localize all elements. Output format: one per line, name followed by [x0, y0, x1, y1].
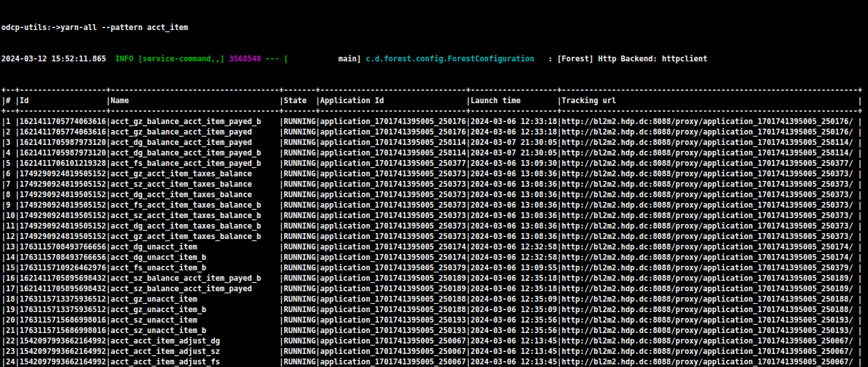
log-level-and-app: INFO [service-command,,]	[116, 54, 225, 63]
log-thread: main]	[288, 54, 366, 63]
table-row: |14|1763115708493766656|acct_dg_unacct_i…	[1, 252, 868, 263]
log-message: : [Forest] Http Backend: httpclient	[535, 54, 707, 63]
table-row: |10|1749290924819505152|acct_sz_acct_ite…	[1, 210, 868, 221]
table-row: |6 |1749290924819505152|acct_gz_acct_ite…	[1, 168, 868, 179]
table-row: |19|1763115713375936512|acct_gz_unacct_i…	[1, 304, 868, 315]
log-dashes: --- [	[261, 54, 288, 63]
log-pid: 3568548	[225, 54, 261, 63]
table-row: |23|1542097993662164992|acct_acct_item_a…	[1, 346, 868, 357]
shell-command-line: odcp-utils:->yarn-all --pattern acct_ite…	[1, 22, 868, 33]
table-row: |5 |1621411706101219328|acct_fs_balance_…	[1, 158, 868, 168]
table-row: |21|1763115715686998016|acct_sz_unacct_i…	[1, 325, 868, 336]
shell-prompt: odcp-utils:->	[1, 23, 61, 32]
table-row: |9 |1749290924819505152|acct_fs_acct_ite…	[1, 200, 868, 210]
table-row: |17|1621411705895698432|acct_sz_balance_…	[1, 283, 868, 294]
log-logger: c.d.forest.config.ForestConfiguration	[365, 54, 534, 63]
table-row: |18|1763115713375936512|acct_gz_unacct_i…	[1, 294, 868, 304]
table-header-row: |# |Id |Name |State |Application Id |Lau…	[1, 95, 868, 106]
table-row: |13|1763115708493766656|acct_dg_unacct_i…	[1, 242, 868, 252]
table-row: |24|1542097993662164992|acct_acct_item_a…	[1, 357, 868, 367]
table-row: |22|1542097993662164992|acct_acct_item_a…	[1, 336, 868, 346]
table-row: |7 |1749290924819505152|acct_sz_acct_ite…	[1, 179, 868, 189]
shell-command: yarn-all --pattern acct_item	[61, 23, 188, 32]
table-row: |11|1749290924819505152|acct_dg_acct_ite…	[1, 221, 868, 231]
table-separator: +--+-------------------+----------------…	[1, 106, 868, 116]
table-row: |16|1621411705895698432|acct_sz_balance_…	[1, 273, 868, 283]
terminal-output: odcp-utils:->yarn-all --pattern acct_ite…	[0, 0, 868, 367]
table-separator: +--+-------------------+----------------…	[1, 85, 868, 95]
log-timestamp: 2024-03-12 15:52:11.865	[1, 54, 116, 63]
table-row: |3 |1621411705987973120|acct_dg_balance_…	[1, 137, 868, 148]
yarn-apps-table: +--+-------------------+----------------…	[1, 85, 868, 367]
table-row: |12|1749290924819505152|acct_gz_acct_ite…	[1, 231, 868, 242]
table-row: |1 |1621411705774063616|acct_gz_balance_…	[1, 116, 868, 127]
table-row: |4 |1621411705987973120|acct_dg_balance_…	[1, 148, 868, 158]
table-row: |8 |1749290924819505152|acct_dg_acct_ite…	[1, 189, 868, 200]
log-line: 2024-03-12 15:52:11.865 INFO [service-co…	[1, 54, 868, 64]
table-row: |2 |1621411705774063616|acct_gz_balance_…	[1, 127, 868, 137]
table-row: |15|1763115710926462976|acct_fs_unacct_i…	[1, 263, 868, 273]
table-row: |20|1763115715686998016|acct_sz_unacct_i…	[1, 315, 868, 325]
